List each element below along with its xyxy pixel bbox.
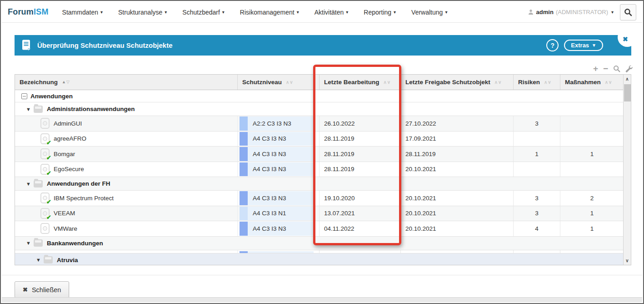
table-row[interactable]: ▼Bankanwendungen [15,237,624,250]
menu-item-stammdaten[interactable]: Stammdaten▾ [62,9,103,16]
sort-icon[interactable]: ∧∨ [605,80,613,85]
tree-cell: ✔EgoSecure [15,164,237,175]
menu-item-schutzbedarf[interactable]: Schutzbedarf▾ [182,9,225,16]
risiken-cell [514,162,560,177]
schutzniveau-bar [240,132,248,146]
menu-item-risikomanagement[interactable]: Risikomanagement▾ [240,9,299,16]
schutzniveau-cell: A4 C3 I3 N1 [238,206,320,221]
bezeichnung-cell: ✔Bomgar [15,147,238,162]
scrollbar-thumb[interactable] [624,84,631,101]
table-row[interactable]: ▼Anwendungen der FH [15,177,624,191]
tree-cell: Anwendungen [15,90,624,102]
bottom-strip [2,297,642,302]
menu-item-reporting[interactable]: Reporting▾ [364,9,396,16]
user-menu[interactable]: admin (ADMINISTRATOR) ▾ [528,9,614,15]
sort-icon[interactable]: ▲▽ [62,80,70,84]
table-row[interactable]: ✔BomgarA4 C3 I3 N328.11.201928.11.201911 [15,147,624,162]
table-row[interactable]: ✔VEEAMA4 C3 I3 N113.07.202120.10.202131 [15,206,624,222]
column-header-bezeichnung[interactable]: Bezeichnung▲▽ [15,75,238,90]
table-row[interactable]: ✔agreeAFROA4 C3 I3 N328.11.201917.09.202… [15,132,624,147]
column-header-letzte-freigabe-schutzobjekt[interactable]: Letzte Freigabe Schutzobjekt∧∨ [401,75,514,90]
item-label: IBM Spectrum Protect [54,195,114,202]
search-icon[interactable] [613,65,620,72]
remove-icon[interactable]: − [603,65,608,73]
chevron-down-icon: ▾ [165,10,167,15]
schutzniveau-value: A2:2 C3 I3 N3 [248,120,291,127]
user-name: admin [536,9,554,15]
column-header-label: Maßnahmen [565,79,601,86]
menu-item-label: Risikomanagement [240,9,295,16]
caret-down-icon[interactable]: ▼ [26,106,31,112]
application-icon: ✔ [40,208,50,219]
wrench-icon[interactable] [625,65,633,72]
column-header-ma-nahmen[interactable]: Maßnahmen∧∨ [560,75,624,90]
application-icon: ✔ [40,133,50,144]
caret-down-icon[interactable]: ▼ [26,240,31,246]
nav-right: admin (ADMINISTRATOR) ▾ [528,4,636,20]
vertical-scrollbar[interactable]: ∧ ∨ [623,75,631,265]
chevron-down-icon: ▼ [592,43,596,48]
risiken-cell [514,132,560,147]
group-label: Atruvia [57,257,78,263]
collapse-icon[interactable] [21,93,27,99]
user-icon [528,9,534,15]
table-row[interactable]: ✔IBM Spectrum ProtectA4 C3 I3 N319.10.20… [15,191,624,206]
caret-down-icon[interactable]: ▼ [36,257,41,263]
sort-up-icon: ∧ [494,80,498,85]
panel-close-button[interactable]: ✖ [618,28,637,47]
table-row[interactable]: ▼Atruvia [15,253,624,266]
table-row[interactable] [15,250,624,253]
sort-icon[interactable]: ∧∨ [384,80,391,85]
close-button[interactable]: ✖ Schließen [15,281,69,298]
table-row[interactable]: Anwendungen [15,90,624,102]
sort-down-icon: ∨ [548,80,551,85]
global-search-button[interactable] [620,4,636,20]
table-row[interactable]: ▼Administrationsanwendungen [15,102,624,116]
app-logo[interactable]: ForumISM [8,7,49,17]
application-icon [40,223,50,234]
help-button[interactable]: ? [546,39,559,51]
column-header-risiken[interactable]: Risiken∧∨ [514,75,560,90]
extras-button[interactable]: Extras ▼ [564,40,603,51]
close-button-label: Schließen [32,286,61,294]
main-menu: Stammdaten▾Strukturanalyse▾Schutzbedarf▾… [62,9,448,16]
item-label: Bomgar [54,151,75,157]
letzte-freigabe-cell: 20.10.2021 [401,206,514,221]
tree-cell: VMWare [15,223,237,234]
schutzniveau-bar [240,191,248,205]
column-header-label: Letzte Freigabe Schutzobjekt [405,79,490,86]
menu-item-verwaltung[interactable]: Verwaltung▾ [411,9,447,16]
table-row[interactable]: AdminGUIA2:2 C3 I3 N326.10.202227.10.202… [15,116,624,132]
table-row[interactable]: VMWareA4 C3 I3 N304.11.202220.10.202141 [15,221,624,237]
column-header-label: Schutzniveau [242,79,282,86]
caret-down-icon[interactable]: ▼ [26,181,31,187]
item-label: VMWare [54,225,77,232]
tree-cell: ✔Bomgar [15,148,237,159]
sort-icon[interactable]: ∧∨ [494,80,502,85]
schutzniveau-badge: A2:2 C3 I3 N3 [240,117,314,131]
panel-header: Überprüfung Schutzniveau Schutzobjekte ?… [15,35,631,56]
table-body: Anwendungen▼AdministrationsanwendungenAd… [15,90,631,265]
table-row[interactable]: ✔EgoSecureA4 C3 I3 N328.11.201920.10.202… [15,162,624,177]
bezeichnung-cell: ✔EgoSecure [15,162,238,177]
check-icon: ✔ [46,139,51,146]
menu-item-label: Verwaltung [411,9,443,16]
column-header-schutzniveau[interactable]: Schutzniveau∧∨ [238,75,320,90]
tree-cell: ✔IBM Spectrum Protect [15,193,237,203]
letzte-bearbeitung-cell: 19.10.2020 [320,191,401,206]
menu-item-label: Strukturanalyse [118,9,162,16]
letzte-freigabe-cell [401,250,514,253]
scroll-down-arrow[interactable]: ∨ [624,258,631,263]
menu-item-strukturanalyse[interactable]: Strukturanalyse▾ [118,9,167,16]
tree-cell: ✔VEEAM [15,208,237,219]
menu-item-aktivitten[interactable]: Aktivitäten▾ [315,9,349,16]
sort-icon[interactable]: ∧∨ [544,80,552,85]
disc-icon [43,121,47,126]
column-header-letzte-bearbeitung[interactable]: Letzte Bearbeitung∧∨ [320,75,401,90]
add-icon[interactable]: + [593,65,598,73]
sort-icon[interactable]: ∧∨ [286,80,294,85]
tree-cell: ▼Administrationsanwendungen [15,102,624,116]
scroll-up-arrow[interactable]: ∧ [624,76,631,81]
schutzniveau-value: A4 C3 I3 N3 [248,225,286,232]
letzte-bearbeitung-cell [320,250,401,253]
